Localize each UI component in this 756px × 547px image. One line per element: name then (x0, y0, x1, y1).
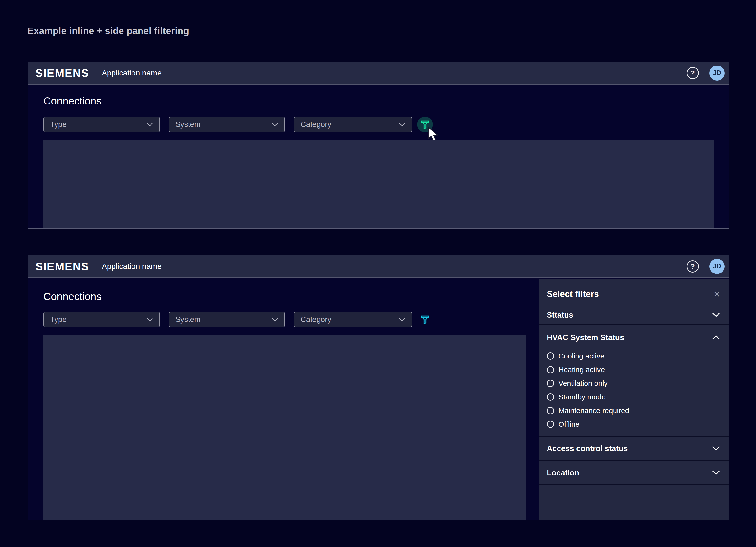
type-dropdown[interactable]: Type (43, 117, 160, 132)
page-heading: Connections (43, 291, 102, 302)
app-header: SIEMENS Application name ? JD (28, 255, 729, 278)
section-divider (539, 324, 729, 325)
section-divider (539, 484, 729, 485)
dropdown-label: System (175, 120, 200, 129)
system-dropdown[interactable]: System (169, 312, 285, 327)
radio-icon[interactable] (547, 421, 554, 428)
siemens-logo: SIEMENS (35, 66, 89, 80)
app-window-side-panel-filtering: SIEMENS Application name ? JD Connection… (28, 255, 729, 520)
filter-button[interactable] (417, 312, 433, 327)
page-heading: Connections (43, 95, 102, 107)
side-panel-title: Select filters (547, 289, 599, 299)
type-dropdown[interactable]: Type (43, 312, 160, 327)
radio-icon[interactable] (547, 407, 554, 414)
chevron-down-icon (712, 446, 720, 451)
side-panel-header: Select filters ✕ (539, 287, 729, 302)
section-label: HVAC System Status (547, 333, 624, 342)
close-icon[interactable]: ✕ (713, 290, 720, 298)
section-divider (539, 460, 729, 461)
system-dropdown[interactable]: System (169, 117, 285, 132)
help-icon[interactable]: ? (687, 260, 699, 273)
filter-funnel-icon (419, 314, 431, 325)
filter-side-panel: Select filters ✕ Sttatus HVAC System Sta… (539, 279, 729, 520)
section-divider (539, 436, 729, 437)
application-name: Application name (102, 262, 161, 271)
dropdown-label: Type (50, 120, 66, 129)
radio-icon[interactable] (547, 366, 554, 373)
chevron-down-icon (147, 123, 153, 126)
app-header: SIEMENS Application name ? JD (28, 62, 729, 85)
chevron-down-icon (272, 123, 278, 126)
radio-option-cooling-active[interactable]: Cooling active (539, 351, 729, 361)
radio-option-heating-active[interactable]: Heating active (539, 364, 729, 375)
radio-option-ventilation-only[interactable]: Ventilation only (539, 378, 729, 389)
user-avatar[interactable]: JD (709, 259, 725, 274)
chevron-up-icon (712, 335, 720, 340)
filter-section-location[interactable]: Location (539, 465, 729, 480)
filter-section-status[interactable]: Sttatus (539, 308, 729, 322)
radio-option-offline[interactable]: Offline (539, 419, 729, 430)
app-window-inline-filtering: SIEMENS Application name ? JD Connection… (28, 62, 729, 229)
chevron-down-icon (399, 318, 405, 321)
chevron-down-icon (147, 318, 153, 321)
category-dropdown[interactable]: Category (294, 117, 412, 132)
section-label: Location (547, 468, 579, 477)
dropdown-label: Category (301, 315, 331, 324)
radio-icon[interactable] (547, 393, 554, 401)
section-label: Sttatus (547, 311, 573, 320)
dropdown-label: Type (50, 315, 66, 324)
radio-option-maintenance-required[interactable]: Maintenance required (539, 405, 729, 416)
content-placeholder (43, 140, 714, 228)
window-body: Connections Type System Category (28, 85, 729, 228)
page-title: Example inline + side panel filtering (28, 26, 189, 36)
application-name: Application name (102, 68, 161, 77)
section-label: Access control status (547, 444, 628, 453)
chevron-down-icon (712, 470, 720, 475)
radio-icon[interactable] (547, 380, 554, 387)
window-body: Connections Type System Category (28, 279, 729, 520)
chevron-down-icon (399, 123, 405, 126)
radio-icon[interactable] (547, 352, 554, 360)
filter-section-hvac-system-status[interactable]: HVAC System Status (539, 330, 729, 345)
inline-filter-row: Type System Category (28, 117, 729, 132)
radio-option-standby-mode[interactable]: Standby mode (539, 392, 729, 402)
filter-section-access-control-status[interactable]: Access control status (539, 441, 729, 456)
dropdown-label: Category (301, 120, 331, 129)
user-avatar[interactable]: JD (709, 66, 725, 81)
siemens-logo: SIEMENS (35, 260, 89, 273)
category-dropdown[interactable]: Category (294, 312, 412, 327)
chevron-down-icon (712, 312, 720, 317)
help-icon[interactable]: ? (687, 67, 699, 79)
chevron-down-icon (272, 318, 278, 321)
dropdown-label: System (175, 315, 200, 324)
content-placeholder (43, 335, 526, 520)
